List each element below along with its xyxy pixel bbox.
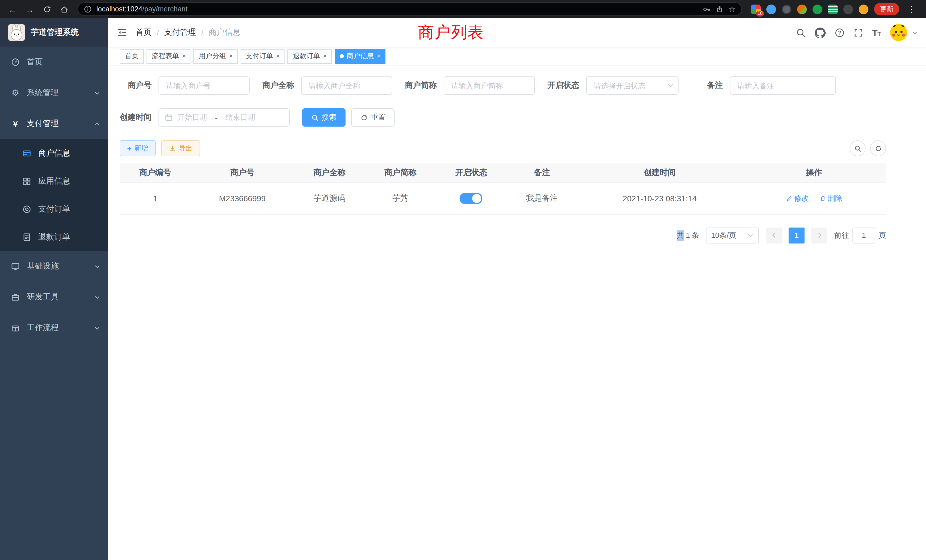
toggle-search-button[interactable] [850,140,865,156]
extension-icon-5[interactable] [813,4,822,14]
table-row: 1 M233666999 芋道源码 芋艿 我是备注 2021-10-23 08:… [120,183,886,215]
sidebar-item-pay-order[interactable]: 支付订单 [0,195,108,223]
extension-icon-6[interactable] [828,4,838,14]
merchant-no-input[interactable] [159,76,250,95]
sidebar-item-merchant-info[interactable]: 商户信息 [0,139,108,167]
sidebar-item-app-info[interactable]: 应用信息 [0,167,108,195]
share-icon[interactable] [716,5,724,13]
close-icon[interactable]: × [377,53,381,59]
password-key-icon[interactable] [703,5,711,14]
close-icon[interactable]: × [229,53,233,59]
reset-button[interactable]: 重置 [351,108,395,127]
tab-refund-order[interactable]: 退款订单 × [287,49,332,64]
avatar-dropdown-caret[interactable] [912,29,918,36]
tab-pay-order[interactable]: 支付订单 × [241,49,285,64]
date-range-picker[interactable]: 开始日期 - 结束日期 [159,108,290,127]
add-button[interactable]: + 新增 [120,140,155,156]
question-icon: ? [834,28,844,37]
help-button[interactable]: ? [834,28,844,37]
page-content: 商户号 商户全称 商户简称 开启状态 [108,66,897,243]
sidebar-item-label: 首页 [27,57,100,67]
pagination-goto: 前往 页 [834,227,886,243]
sidebar-item-infrastructure[interactable]: 基础设施 [0,251,108,282]
sidebar-item-label: 商户信息 [38,148,100,158]
address-bar[interactable]: localhost:1024/pay/merchant ☆ [77,2,742,16]
app-logo-row: 芋道管理系统 [0,18,108,47]
browser-menu-button[interactable]: ⋮ [905,4,918,14]
next-page-button[interactable] [811,227,828,243]
refresh-table-button[interactable] [870,140,886,156]
extension-icon-8[interactable] [859,4,869,14]
close-icon[interactable]: × [323,53,327,59]
font-size-icon: T [872,28,877,37]
breadcrumb-home[interactable]: 首页 [136,27,152,38]
search-button[interactable]: 搜索 [302,108,345,127]
reload-button[interactable] [40,2,54,16]
bookmark-star-icon[interactable]: ☆ [728,5,735,14]
add-button-label: 新增 [134,144,148,153]
font-size-button[interactable]: TT [872,28,881,37]
edit-button[interactable]: 修改 [785,193,809,204]
date-separator: - [212,113,221,122]
dashboard-icon [10,58,21,67]
full-name-input[interactable] [301,76,392,95]
tags-view-bar: 首页 流程表单 × 用户分组 × 支付订单 × 退款订单 × 商户信息 × [108,47,926,66]
extension-icon-1[interactable]: 10 [751,4,761,14]
sidebar-item-dev-tools[interactable]: 研发工具 [0,282,108,312]
sidebar-item-label: 应用信息 [38,176,100,186]
home-button[interactable] [57,2,71,16]
sidebar-item-workflow[interactable]: 工作流程 [0,312,108,343]
goto-page-input[interactable] [852,227,875,243]
yen-icon: ¥ [10,119,21,129]
page-number-1[interactable]: 1 [788,227,805,243]
table-toolbar: + 新增 导出 [120,140,886,156]
extension-icon-2[interactable] [766,4,776,14]
pagination-total: 共 1 条 [677,230,699,241]
close-icon[interactable]: × [276,53,280,59]
goto-label: 前往 [834,230,849,241]
document-icon [22,232,32,242]
sidebar-item-home[interactable]: 首页 [0,47,108,77]
end-date-placeholder[interactable]: 结束日期 [225,112,255,123]
back-button[interactable]: ← [6,2,20,16]
refresh-icon [360,114,368,121]
filter-label: 备注 [707,80,730,91]
tab-merchant-info[interactable]: 商户信息 × [335,49,386,64]
tab-user-group[interactable]: 用户分组 × [194,49,238,64]
delete-button[interactable]: 删除 [819,193,843,204]
filter-label: 商户号 [120,80,159,91]
sidebar-item-system[interactable]: ⚙ 系统管理 [0,77,108,108]
target-icon [22,204,32,213]
extension-icon-7[interactable] [843,4,853,14]
page-size-select[interactable]: 10条/页 [706,227,759,243]
extension-icon-4[interactable] [797,4,807,14]
user-avatar[interactable] [890,24,907,41]
fullscreen-button[interactable] [853,28,863,37]
browser-update-button[interactable]: 更新 [874,3,899,15]
forward-button[interactable]: → [23,2,36,16]
github-button[interactable] [814,27,825,38]
grid-icon [22,177,32,186]
status-select[interactable] [586,76,679,95]
status-toggle[interactable] [460,193,483,204]
svg-text:?: ? [838,30,841,35]
status-select-input[interactable] [586,76,679,95]
sidebar-item-payment[interactable]: ¥ 支付管理 [0,108,108,139]
prev-page-button[interactable] [766,227,782,243]
short-name-input[interactable] [443,76,535,95]
header-search-button[interactable] [796,28,805,37]
breadcrumb-payment[interactable]: 支付管理 [164,27,196,38]
sidebar-toggle-button[interactable] [108,27,136,38]
close-icon[interactable]: × [182,53,186,59]
export-button[interactable]: 导出 [161,140,200,156]
tab-process-form[interactable]: 流程表单 × [147,49,191,64]
tab-home[interactable]: 首页 [120,49,144,64]
extension-icon-3[interactable] [782,4,791,14]
reset-button-label: 重置 [371,112,386,123]
tab-label: 首页 [125,51,139,61]
site-info-icon[interactable] [84,5,92,13]
sidebar-item-refund-order[interactable]: 退款订单 [0,223,108,251]
remark-input[interactable] [730,76,836,95]
trash-icon [819,195,826,202]
start-date-placeholder[interactable]: 开始日期 [177,112,207,123]
